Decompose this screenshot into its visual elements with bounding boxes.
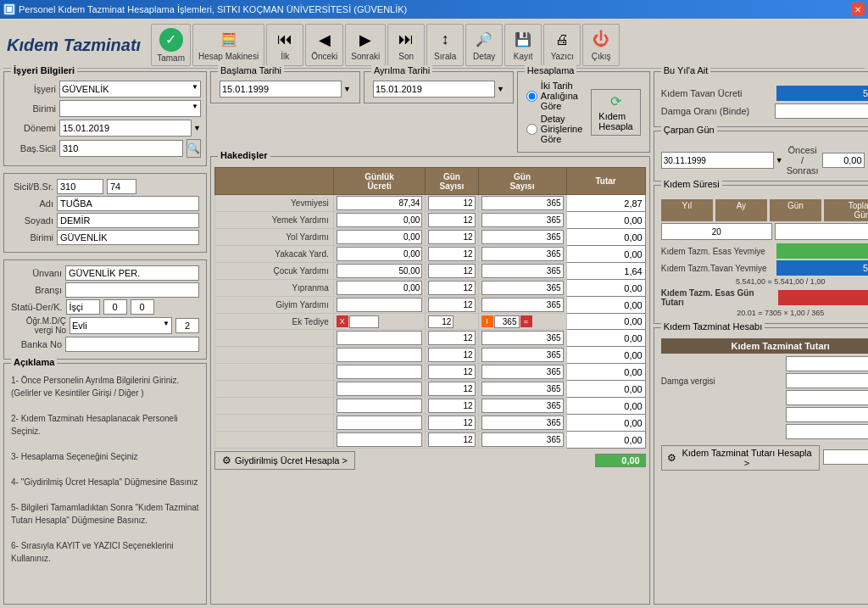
hakedis-gun2[interactable] (478, 280, 566, 297)
hakedis-gun1-input[interactable] (428, 196, 475, 210)
hakedis-gunluk-input[interactable] (337, 399, 423, 413)
kidem-hesapla-button[interactable]: ⚙ Kıdem Tazminat Tutarı Hesapla > (661, 445, 821, 471)
extra-row2-input[interactable] (786, 407, 868, 422)
kayit-button[interactable]: 💾 Kayıt (504, 24, 542, 66)
carpan-date-input[interactable] (661, 152, 774, 169)
hakedis-gun1-input[interactable] (428, 348, 475, 362)
hakedis-gunluk[interactable] (333, 330, 426, 347)
hakedis-gun2-input[interactable] (481, 247, 564, 261)
hakedis-gunluk-input[interactable] (337, 432, 423, 447)
kidem-yil-input[interactable] (661, 223, 772, 240)
carpan-val1[interactable] (822, 153, 865, 168)
hakedis-gun2[interactable] (478, 347, 566, 364)
extra-row3-input[interactable] (786, 424, 868, 439)
hakedis-gunluk-input[interactable] (337, 247, 423, 261)
search-button[interactable]: 🔍 (186, 139, 201, 158)
hakedis-gun2-input[interactable] (481, 382, 564, 396)
hakedis-gunluk-input[interactable] (337, 196, 423, 210)
hakedis-gun1[interactable] (426, 297, 478, 314)
hakedis-gun2[interactable] (478, 195, 566, 212)
tamam-button[interactable]: ✓ Tamam (151, 24, 191, 66)
sonraki-button[interactable]: ▶ Sonraki (345, 24, 386, 66)
statü-d-input[interactable] (103, 299, 127, 315)
hakedis-gun2-input[interactable] (481, 432, 564, 447)
hakedis-gunluk[interactable] (333, 415, 426, 432)
hesaplama-radio1[interactable] (526, 91, 537, 102)
hakedis-gunluk[interactable] (333, 195, 426, 212)
unvan-input[interactable] (65, 265, 199, 281)
hakedis-gun1[interactable] (426, 347, 478, 364)
hakedis-gun2-input[interactable] (481, 365, 564, 379)
ek-tediye-gun2-input[interactable] (494, 315, 520, 328)
hakedis-gun2[interactable] (478, 263, 566, 280)
hakedis-gun1-input[interactable] (428, 298, 475, 312)
hakedis-gun1[interactable] (426, 364, 478, 381)
hakedis-gunluk-input[interactable] (337, 331, 423, 345)
hakedis-gun1[interactable] (426, 263, 478, 280)
ek-tediye-gun1-input[interactable] (428, 315, 453, 328)
son-button[interactable]: ⏭ Son (387, 24, 425, 66)
hakedis-gunluk-input[interactable] (337, 416, 423, 430)
ilk-button[interactable]: ⏮ İlk (266, 24, 303, 66)
statü-input[interactable] (66, 299, 100, 315)
hakedis-gunluk-input[interactable] (337, 264, 423, 278)
hakedis-gun1-input[interactable] (428, 281, 475, 295)
ek-tediye-x-button[interactable]: X (337, 315, 348, 327)
hakedis-gun2-input[interactable] (481, 264, 564, 278)
hakedis-gun2-input[interactable] (481, 230, 564, 244)
hakedis-gunluk[interactable] (333, 246, 426, 263)
hakedis-gun1-input[interactable] (428, 382, 475, 396)
hakedis-gun1[interactable] (426, 398, 478, 415)
hakedis-gun2-input[interactable] (481, 213, 564, 227)
hakedis-gun1-input[interactable] (428, 247, 475, 261)
hakedis-gun1[interactable] (426, 330, 478, 347)
hakedis-gun1-input[interactable] (428, 213, 475, 227)
donem-dropdown[interactable]: ▼ (193, 124, 201, 132)
hakedis-gunluk[interactable] (333, 229, 426, 246)
close-button[interactable]: ✕ (851, 3, 865, 16)
hakedis-gunluk[interactable] (333, 297, 426, 314)
hakedis-gunluk[interactable] (333, 432, 426, 449)
ayrilma-dropdown[interactable]: ▼ (497, 85, 504, 93)
person-birim-input[interactable] (57, 230, 199, 245)
hakedis-gun1-input[interactable] (428, 399, 475, 413)
hakedis-gun2[interactable] (478, 432, 566, 449)
soyad-input[interactable] (57, 213, 199, 228)
carpan-dropdown[interactable]: ▼ (776, 156, 783, 165)
hakedis-gun1[interactable] (426, 229, 478, 246)
hakedis-gun1-input[interactable] (428, 264, 475, 278)
hakedis-gun2-input[interactable] (481, 331, 564, 345)
donem-input[interactable] (59, 120, 192, 137)
hakedis-gun2[interactable] (478, 229, 566, 246)
hakedis-gun1[interactable] (426, 432, 478, 449)
hakedis-gun2-input[interactable] (481, 196, 564, 210)
bsr-input[interactable] (107, 179, 136, 194)
hakedis-gunluk-input[interactable] (337, 348, 423, 362)
kidem-hesapla-button[interactable]: ⟳ Kıdem Hesapla (591, 89, 640, 136)
hakedis-gun2[interactable] (478, 330, 566, 347)
brans-input[interactable] (65, 282, 199, 298)
bas-sicil-input[interactable] (59, 140, 183, 157)
hakedis-gun2[interactable] (478, 212, 566, 229)
sicil-input[interactable] (57, 179, 103, 194)
detay-button[interactable]: 🔎 Detay (465, 24, 503, 66)
hakedis-gun2-input[interactable] (481, 416, 564, 430)
hakedis-gunluk-input[interactable] (337, 281, 423, 295)
hakedis-gun2[interactable] (478, 246, 566, 263)
hakedis-gun2[interactable] (478, 381, 566, 398)
esas-yevmiye-input[interactable] (776, 243, 868, 259)
hakedis-gun1[interactable] (426, 280, 478, 297)
ogr-select[interactable]: Evli (70, 317, 172, 334)
hakedis-gun1[interactable] (426, 415, 478, 432)
hakedis-gunluk-input[interactable] (337, 365, 423, 379)
hakedis-gun1[interactable] (426, 195, 478, 212)
kidem-ay-input[interactable] (775, 223, 868, 240)
hakedis-gunluk-input[interactable] (337, 382, 423, 396)
statü-k-input[interactable] (131, 299, 154, 315)
hakedis-gunluk[interactable] (333, 263, 426, 280)
tavan-input[interactable] (776, 86, 868, 101)
hakedis-gun2[interactable] (478, 415, 566, 432)
hakedis-gunluk[interactable] (333, 364, 426, 381)
hakedis-gun1[interactable] (426, 314, 478, 330)
hakedis-gun2[interactable] (478, 364, 566, 381)
